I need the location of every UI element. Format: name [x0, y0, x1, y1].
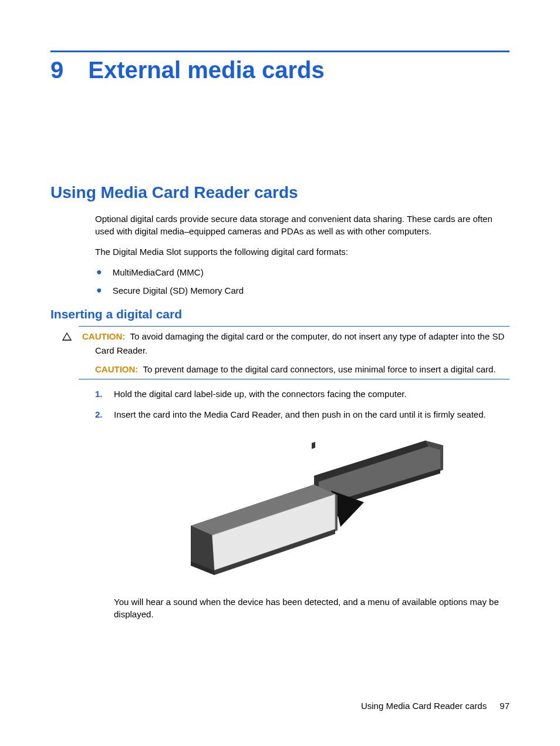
list-item-text: Secure Digital (SD) Memory Card: [113, 284, 244, 297]
caution-block: CAUTION: To avoid damaging the digital c…: [79, 326, 510, 379]
chapter-title: External media cards: [88, 57, 324, 83]
document-page: 9 External media cards Using Media Card …: [0, 0, 560, 746]
svg-marker-0: [63, 333, 71, 340]
list-item: ● MultiMediaCard (MMC): [95, 266, 510, 278]
chapter-number: 9: [50, 57, 63, 83]
list-item-text: MultiMediaCard (MMC): [113, 266, 204, 278]
chapter-heading: 9 External media cards: [50, 57, 510, 83]
list-item: ● Secure Digital (SD) Memory Card: [95, 284, 510, 297]
step-number: 1.: [95, 388, 103, 400]
caution-label: CAUTION:: [82, 331, 125, 341]
steps-list: 1. Hold the digital card label-side up, …: [95, 388, 510, 421]
step-item: 2. Insert the card into the Media Card R…: [95, 408, 510, 421]
supported-formats-list: ● MultiMediaCard (MMC) ● Secure Digital …: [95, 266, 510, 297]
caution-text-1: To avoid damaging the digital card or th…: [95, 331, 504, 355]
chapter-rule: [50, 51, 510, 52]
step-text: Insert the card into the Media Card Read…: [114, 408, 486, 421]
footer-page-number: 97: [500, 701, 510, 711]
page-footer: Using Media Card Reader cards 97: [361, 701, 510, 711]
caution-label: CAUTION:: [95, 364, 138, 374]
step-item: 1. Hold the digital card label-side up, …: [95, 388, 510, 400]
section-intro-2: The Digital Media Slot supports the foll…: [95, 246, 510, 258]
step-number: 2.: [95, 408, 103, 421]
insert-card-illustration: [95, 429, 510, 590]
section-intro-1: Optional digital cards provide secure da…: [95, 213, 510, 237]
section-heading: Using Media Card Reader cards: [50, 183, 510, 202]
after-figure-text: You will hear a sound when the device ha…: [114, 596, 510, 620]
bullet-icon: ●: [96, 284, 102, 295]
bullet-icon: ●: [96, 266, 102, 277]
step-text: Hold the digital card label-side up, wit…: [114, 388, 407, 400]
caution-text-2: To prevent damage to the digital card co…: [143, 364, 495, 374]
subsection-heading: Inserting a digital card: [50, 307, 510, 321]
svg-rect-13: [312, 442, 315, 449]
footer-section-title: Using Media Card Reader cards: [361, 701, 487, 711]
